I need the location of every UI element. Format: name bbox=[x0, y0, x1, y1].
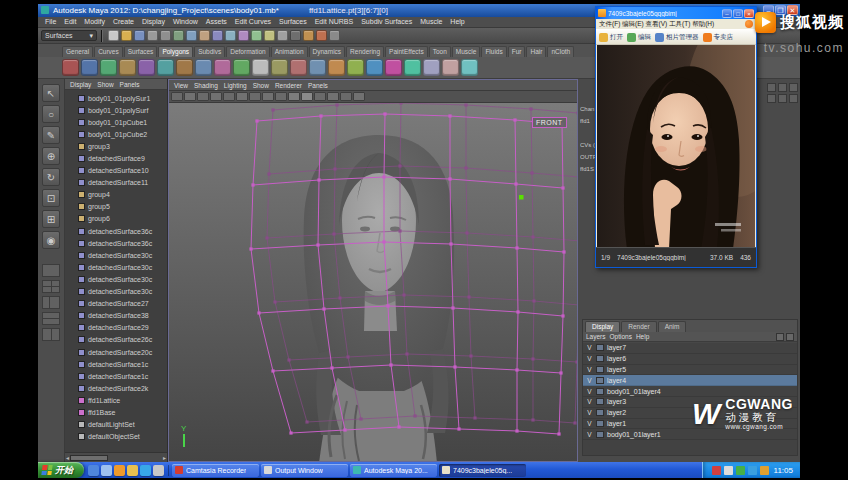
outliner-menu-item[interactable]: Panels bbox=[118, 81, 142, 88]
layer-color-swatch[interactable] bbox=[596, 398, 604, 405]
poly-soccer-ball-icon[interactable] bbox=[252, 59, 269, 76]
layer-visibility-toggle[interactable]: V bbox=[586, 388, 593, 395]
shelf-tab[interactable]: Animation bbox=[271, 46, 308, 57]
shelf-tab[interactable]: Polygons bbox=[158, 46, 193, 57]
photo-minimize-button[interactable]: – bbox=[722, 9, 732, 18]
wireframe-mode-icon[interactable] bbox=[288, 92, 300, 101]
detachedSurface10[interactable]: detachedSurface10 bbox=[65, 165, 167, 177]
layer-editor-tab[interactable]: Display bbox=[585, 321, 620, 332]
move-tool-icon[interactable]: ⊕ bbox=[42, 147, 60, 165]
body01_01polySurf[interactable]: body01_01polySurf bbox=[65, 104, 167, 116]
scroll-right-icon[interactable]: ▸ bbox=[163, 454, 166, 462]
camtasia-tray-icon[interactable] bbox=[712, 466, 721, 475]
poly-prism-icon[interactable] bbox=[176, 59, 193, 76]
photo-titlebar[interactable]: 7409c3bajele05qqgbimj – □ × bbox=[596, 7, 756, 19]
sculpt-geometry-icon[interactable] bbox=[290, 59, 307, 76]
image-plane-icon[interactable] bbox=[197, 92, 209, 101]
detachedSurface29[interactable]: detachedSurface29 bbox=[65, 322, 167, 334]
detachedSurface27[interactable]: detachedSurface27 bbox=[65, 298, 167, 310]
shelf-tab[interactable]: Deformation bbox=[226, 46, 269, 57]
grid-icon[interactable] bbox=[210, 92, 222, 101]
shelf-tab[interactable]: nCloth bbox=[547, 46, 574, 57]
snap-to-plane-icon[interactable] bbox=[251, 30, 262, 41]
menu-item[interactable]: Subdiv Surfaces bbox=[357, 17, 416, 27]
redo-icon[interactable] bbox=[160, 30, 171, 41]
notepad-icon[interactable] bbox=[153, 465, 164, 476]
textured-mode-icon[interactable] bbox=[314, 92, 326, 101]
smooth-icon[interactable] bbox=[461, 59, 478, 76]
menu-item[interactable]: Window bbox=[169, 17, 202, 27]
layer-color-swatch[interactable] bbox=[596, 355, 604, 362]
persp-outliner-layout-button[interactable] bbox=[42, 296, 60, 309]
scroll-left-icon[interactable]: ◂ bbox=[66, 454, 69, 462]
camtasia-recorder-task[interactable]: Camtasia Recorder bbox=[172, 464, 259, 477]
rotate-tool-icon[interactable]: ↻ bbox=[42, 168, 60, 186]
snap-to-grid-icon[interactable] bbox=[212, 30, 223, 41]
layer-visibility-toggle[interactable]: V bbox=[586, 398, 593, 405]
resolution-gate-icon[interactable] bbox=[236, 92, 248, 101]
viewport-menu-item[interactable]: Show bbox=[251, 82, 271, 89]
create-layer-from-selected-icon[interactable] bbox=[786, 333, 794, 341]
menu-item[interactable]: Assets bbox=[202, 17, 231, 27]
safe-title-icon[interactable] bbox=[275, 92, 287, 101]
menu-item[interactable]: Edit NURBS bbox=[311, 17, 358, 27]
poly-plane-icon[interactable] bbox=[138, 59, 155, 76]
body01_01layer1[interactable]: Vbody01_01layer1 bbox=[583, 429, 797, 440]
group5[interactable]: group5 bbox=[65, 201, 167, 213]
layer-visibility-toggle[interactable]: V bbox=[586, 344, 593, 351]
group6[interactable]: group6 bbox=[65, 213, 167, 225]
ffd1Base[interactable]: ffd1Base bbox=[65, 406, 167, 418]
layer7[interactable]: Vlayer7 bbox=[583, 343, 797, 354]
qq-icon[interactable] bbox=[140, 465, 151, 476]
render-current-frame-icon[interactable] bbox=[303, 30, 314, 41]
viewport-menu-item[interactable]: Shading bbox=[192, 82, 220, 89]
photo-maximize-button[interactable]: □ bbox=[733, 9, 743, 18]
undo-icon[interactable] bbox=[147, 30, 158, 41]
platonic-solid-icon[interactable] bbox=[271, 59, 288, 76]
defaultLightSet[interactable]: defaultLightSet bbox=[65, 419, 167, 431]
extrude-icon[interactable] bbox=[366, 59, 383, 76]
universal-manipulator-icon[interactable]: ⊞ bbox=[42, 210, 60, 228]
layer-visibility-toggle[interactable]: V bbox=[586, 431, 593, 438]
poly-pyramid-icon[interactable] bbox=[195, 59, 212, 76]
group3[interactable]: group3 bbox=[65, 140, 167, 152]
safety-tray-icon[interactable] bbox=[736, 466, 745, 475]
ipr-render-icon[interactable] bbox=[316, 30, 327, 41]
detachedSurface1c[interactable]: detachedSurface1c bbox=[65, 370, 167, 382]
make-live-icon[interactable] bbox=[264, 30, 275, 41]
edit-button[interactable]: 编辑 bbox=[627, 33, 651, 42]
lighting-icon[interactable] bbox=[340, 92, 352, 101]
layer-visibility-toggle[interactable]: V bbox=[586, 420, 593, 427]
store-button[interactable]: 专卖店 bbox=[703, 33, 734, 42]
maya-task[interactable]: Autodesk Maya 20... bbox=[350, 464, 437, 477]
shelf-tab[interactable]: Curves bbox=[94, 46, 123, 57]
panel-toggle-icon[interactable] bbox=[789, 94, 798, 103]
panel-toggle-icon[interactable] bbox=[778, 94, 787, 103]
select-by-hierarchy-icon[interactable] bbox=[173, 30, 184, 41]
paint-select-tool-icon[interactable]: ✎ bbox=[42, 126, 60, 144]
photo-menubar[interactable]: 文件(F) 编辑(E) 查看(V) 工具(T) 帮助(H) bbox=[596, 19, 756, 29]
detachedSurface38[interactable]: detachedSurface38 bbox=[65, 310, 167, 322]
layer-visibility-toggle[interactable]: V bbox=[586, 409, 593, 416]
two-pane-horizontal-layout-button[interactable] bbox=[42, 312, 60, 325]
select-tool-icon[interactable]: ↖ bbox=[42, 84, 60, 102]
layer-color-swatch[interactable] bbox=[596, 344, 604, 351]
layer-color-swatch[interactable] bbox=[596, 388, 604, 395]
poly-sphere-icon[interactable] bbox=[62, 59, 79, 76]
viewport-menu-item[interactable]: Panels bbox=[306, 82, 330, 89]
shelf-tab[interactable]: General bbox=[62, 46, 93, 57]
shelf-tab[interactable]: Hair bbox=[526, 46, 546, 57]
separate-icon[interactable] bbox=[347, 59, 364, 76]
detachedSurface26c[interactable]: detachedSurface26c bbox=[65, 334, 167, 346]
layer-menu-item[interactable]: Help bbox=[636, 333, 649, 340]
detachedSurface36c[interactable]: detachedSurface36c bbox=[65, 237, 167, 249]
film-gate-icon[interactable] bbox=[223, 92, 235, 101]
shelf-tab[interactable]: Subdivs bbox=[194, 46, 225, 57]
layer5[interactable]: Vlayer5 bbox=[583, 365, 797, 376]
shelf-tab[interactable]: Toon bbox=[429, 46, 451, 57]
menu-item[interactable]: Help bbox=[446, 17, 468, 27]
qq-tray-icon[interactable] bbox=[748, 466, 757, 475]
combine-icon[interactable] bbox=[328, 59, 345, 76]
detachedSurface30c[interactable]: detachedSurface30c bbox=[65, 286, 167, 298]
lasso-select-tool-icon[interactable]: ○ bbox=[42, 105, 60, 123]
